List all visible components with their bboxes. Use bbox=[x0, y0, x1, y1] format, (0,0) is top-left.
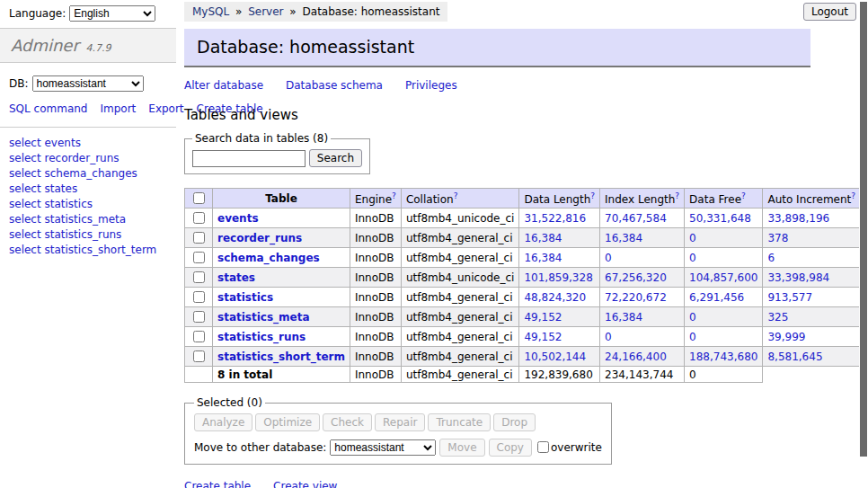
table-link-statistics[interactable]: statistics bbox=[44, 198, 93, 210]
cell-data-length-link[interactable]: 101,859,328 bbox=[524, 271, 592, 284]
row-checkbox[interactable] bbox=[193, 331, 205, 342]
drop-button[interactable]: Drop bbox=[493, 413, 536, 431]
table-name-link[interactable]: statistics bbox=[217, 291, 273, 304]
help-link[interactable]: ? bbox=[590, 191, 595, 200]
select-link[interactable]: select bbox=[9, 198, 41, 210]
cell-index-length-link[interactable]: 16,384 bbox=[605, 311, 642, 324]
cell-data-free-link[interactable]: 188,743,680 bbox=[689, 350, 757, 363]
table-name-link[interactable]: recorder_runs bbox=[217, 232, 302, 244]
table-name-link[interactable]: states bbox=[217, 271, 255, 284]
cell-auto-increment-link[interactable]: 39,999 bbox=[767, 331, 805, 343]
cell-data-free-link[interactable]: 104,857,600 bbox=[689, 271, 757, 284]
cell-data-length-link[interactable]: 49,152 bbox=[524, 331, 562, 343]
cell-data-free-link[interactable]: 6,291,456 bbox=[689, 291, 744, 304]
cell-index-length-link[interactable]: 72,220,672 bbox=[605, 291, 667, 304]
select-link[interactable]: select bbox=[9, 152, 41, 164]
scrollbar-thumb[interactable] bbox=[860, 2, 867, 457]
link-create-table[interactable]: Create table bbox=[184, 480, 251, 488]
breadcrumb-link-server[interactable]: Server bbox=[248, 5, 283, 18]
table-link-statistics_runs[interactable]: statistics_runs bbox=[44, 228, 121, 241]
cell-data-free-link[interactable]: 0 bbox=[689, 331, 696, 343]
analyze-button[interactable]: Analyze bbox=[194, 413, 252, 431]
cell-data-free-link[interactable]: 0 bbox=[689, 252, 696, 264]
app-version[interactable]: 4.7.9 bbox=[86, 42, 111, 54]
cell-index-length-link[interactable]: 24,166,400 bbox=[605, 350, 667, 363]
cell-auto-increment-link[interactable]: 33,898,196 bbox=[767, 212, 829, 225]
cell-data-free-link[interactable]: 50,331,648 bbox=[689, 212, 751, 225]
row-checkbox[interactable] bbox=[193, 311, 205, 323]
cell-data-length-link[interactable]: 10,502,144 bbox=[524, 350, 586, 363]
cell-auto-increment-link[interactable]: 6 bbox=[767, 252, 775, 264]
language-select[interactable]: English bbox=[69, 5, 155, 22]
sidebar-link-sql-command[interactable]: SQL command bbox=[9, 102, 87, 115]
cell-auto-increment-link[interactable]: 913,577 bbox=[767, 291, 812, 304]
table-name-link[interactable]: statistics_short_term bbox=[217, 350, 345, 363]
table-link-states[interactable]: states bbox=[44, 182, 77, 195]
db-select[interactable]: homeassistant bbox=[32, 75, 144, 92]
row-checkbox[interactable] bbox=[193, 212, 205, 224]
row-checkbox[interactable] bbox=[193, 271, 205, 283]
cell-data-length-link[interactable]: 31,522,816 bbox=[524, 212, 586, 225]
tables-heading: Tables and views bbox=[184, 107, 810, 123]
scrollbar[interactable] bbox=[859, 0, 868, 488]
select-link[interactable]: select bbox=[9, 167, 41, 180]
move-button[interactable]: Move bbox=[439, 439, 484, 457]
table-link-statistics_meta[interactable]: statistics_meta bbox=[44, 213, 126, 226]
cell-data-length-link[interactable]: 48,824,320 bbox=[524, 291, 586, 304]
table-link-schema_changes[interactable]: schema_changes bbox=[44, 167, 137, 180]
row-checkbox[interactable] bbox=[193, 252, 205, 263]
cell-index-length-link[interactable]: 0 bbox=[605, 252, 612, 264]
copy-button[interactable]: Copy bbox=[489, 439, 532, 457]
cell-data-free-link[interactable]: 0 bbox=[689, 232, 696, 244]
cell-data-free-link[interactable]: 0 bbox=[689, 311, 696, 324]
search-button[interactable]: Search bbox=[309, 149, 362, 167]
move-db-select[interactable]: homeassistant bbox=[330, 439, 436, 456]
cell-auto-increment-link[interactable]: 33,398,984 bbox=[767, 271, 829, 284]
select-link[interactable]: select bbox=[9, 213, 41, 226]
help-link[interactable]: ? bbox=[851, 191, 855, 200]
help-link[interactable]: ? bbox=[741, 191, 746, 200]
table-link-statistics_short_term[interactable]: statistics_short_term bbox=[44, 244, 156, 256]
help-link[interactable]: ? bbox=[454, 191, 458, 200]
cell-auto-increment-link[interactable]: 325 bbox=[767, 311, 788, 324]
cell-data-length-link[interactable]: 16,384 bbox=[524, 252, 562, 264]
truncate-button[interactable]: Truncate bbox=[428, 413, 491, 431]
repair-button[interactable]: Repair bbox=[375, 413, 425, 431]
row-checkbox[interactable] bbox=[193, 232, 205, 244]
cell-data-length-link[interactable]: 49,152 bbox=[524, 311, 562, 324]
select-all-checkbox[interactable] bbox=[193, 192, 205, 204]
action-link-alter-database[interactable]: Alter database bbox=[184, 79, 263, 92]
select-link[interactable]: select bbox=[9, 182, 41, 195]
action-link-database-schema[interactable]: Database schema bbox=[286, 79, 383, 92]
check-button[interactable]: Check bbox=[323, 413, 372, 431]
cell-data-length-link[interactable]: 16,384 bbox=[524, 232, 562, 244]
table-link-events[interactable]: events bbox=[44, 137, 80, 149]
overwrite-checkbox[interactable] bbox=[537, 441, 549, 453]
optimize-button[interactable]: Optimize bbox=[255, 413, 320, 431]
cell-index-length-link[interactable]: 70,467,584 bbox=[605, 212, 667, 225]
row-checkbox[interactable] bbox=[193, 350, 205, 362]
action-link-privileges[interactable]: Privileges bbox=[405, 79, 457, 92]
table-name-link[interactable]: statistics_runs bbox=[217, 331, 306, 343]
table-name-link[interactable]: statistics_meta bbox=[217, 311, 310, 324]
cell-index-length-link[interactable]: 67,256,320 bbox=[605, 271, 667, 284]
sidebar-link-import[interactable]: Import bbox=[100, 102, 136, 115]
cell-auto-increment-link[interactable]: 378 bbox=[767, 232, 788, 244]
breadcrumb-link-mysql[interactable]: MySQL bbox=[192, 5, 229, 18]
select-link[interactable]: select bbox=[9, 244, 41, 256]
link-create-view[interactable]: Create view bbox=[273, 480, 337, 488]
cell-auto-increment-link[interactable]: 8,581,645 bbox=[767, 350, 822, 363]
cell-index-length-link[interactable]: 0 bbox=[605, 331, 612, 343]
select-link[interactable]: select bbox=[9, 228, 41, 241]
help-link[interactable]: ? bbox=[392, 191, 396, 200]
select-link[interactable]: select bbox=[9, 137, 41, 149]
row-checkbox[interactable] bbox=[193, 291, 205, 303]
table-name-link[interactable]: events bbox=[217, 212, 259, 225]
logout-button[interactable]: Logout bbox=[803, 3, 856, 21]
table-name-link[interactable]: schema_changes bbox=[217, 252, 320, 264]
search-input[interactable] bbox=[192, 150, 306, 167]
help-link[interactable]: ? bbox=[675, 191, 679, 200]
sidebar-link-export[interactable]: Export bbox=[148, 102, 183, 115]
cell-index-length-link[interactable]: 16,384 bbox=[605, 232, 642, 244]
table-link-recorder_runs[interactable]: recorder_runs bbox=[44, 152, 119, 164]
